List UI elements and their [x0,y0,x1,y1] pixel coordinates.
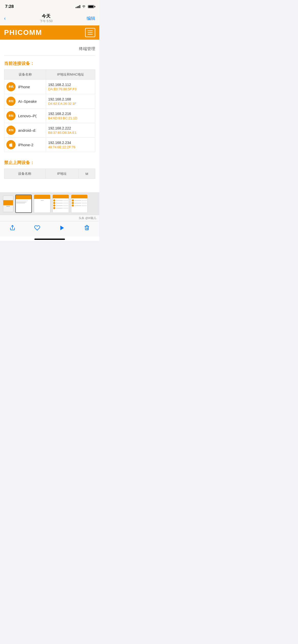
device-row-0: 本机iPhone192.168.2.112DA:E0:76:88:5F:F3 [4,80,95,94]
device-name-text-2: Lenovo–P( [18,114,37,118]
col-header-name: 设备名称 [4,70,46,80]
play-button[interactable] [59,224,66,231]
edit-button[interactable]: 编辑 [87,16,95,21]
device-name-cell-3[interactable]: 未知android–d: [4,123,46,138]
thumbnail-2[interactable] [15,195,32,213]
device-ip-0: 192.168.2.112 [48,83,93,87]
status-icons [76,5,94,8]
delete-button[interactable] [83,224,90,231]
page-title: 终端管理 [79,47,95,51]
device-ip-mac-cell-0: 192.168.2.112DA:E0:76:88:5F:F3 [46,80,95,94]
hamburger-line-3 [88,34,93,35]
device-name-text-3: android–d: [18,128,36,133]
battery-icon [88,5,94,8]
app-logo: PHICOMM [4,28,42,37]
device-name-cell-0[interactable]: 本机iPhone [4,80,46,94]
device-mac-2: B4:6D:83:BC:21:1D [48,116,93,120]
main-content: 终端管理 当前连接设备： 设备名称 IP地址和MAC地址 本机iPhone192… [0,40,99,192]
device-name-text-1: AI–Speake [18,99,37,104]
device-badge-3: 未知 [6,126,16,135]
blocked-section-title: 禁止上网设备： [4,160,95,166]
hamburger-button[interactable] [85,28,95,37]
svg-marker-2 [60,226,64,230]
nav-title: 今天 [40,13,53,19]
thumbnail-3[interactable]: •••••••• [34,195,50,213]
connected-section-title: 当前连接设备： [4,61,95,66]
connected-devices-table: 设备名称 IP地址和MAC地址 本机iPhone192.168.2.112DA:… [4,69,95,152]
svg-point-0 [84,7,84,8]
thumbnail-4[interactable] [52,195,69,213]
footer-label: 头条 @W颖儿 [0,215,99,221]
device-name-cell-1[interactable]: 未知AI–Speake [4,94,46,109]
device-mac-3: B8:37:65:D8:3A:E1 [48,131,93,135]
device-mac-4: 48:74:6E:22:2F:76 [48,145,93,149]
device-name-cell-4[interactable]: iPhone-2 [4,138,46,152]
share-button[interactable] [9,224,16,231]
trash-icon [83,224,90,231]
device-name-text-4: iPhone-2 [18,143,33,147]
device-row-1: 未知AI–Speake192.168.2.168D4:62:EA:26:32:1… [4,94,95,109]
blocked-devices-table: 设备名称 IP地址 M [4,169,95,179]
device-ip-mac-cell-3: 192.168.2.222B8:37:65:D8:3A:E1 [46,123,95,138]
status-bar: 7:28 [0,0,99,11]
col-header-ipmac: IP地址和MAC地址 [46,70,95,80]
hamburger-line-1 [88,31,93,31]
device-mac-1: D4:62:EA:26:32:1F [48,102,93,106]
device-ip-4: 192.168.2.234 [48,141,93,145]
wifi-icon [82,5,86,8]
device-row-4: iPhone-2192.168.2.23448:74:6E:22:2F:76 [4,138,95,152]
like-button[interactable] [34,224,41,231]
device-badge-2: 未知 [6,111,16,120]
blocked-col-mac: M [78,169,95,179]
home-indicator-bar [34,239,65,240]
footer-text: 头条 @W颖儿 [79,216,96,219]
device-ip-mac-cell-2: 192.168.2.216B4:6D:83:BC:21:1D [46,109,95,123]
app-header: PHICOMM [0,25,99,40]
device-badge-1: 未知 [6,97,16,106]
hamburger-line-2 [88,32,93,33]
bottom-toolbar [0,221,99,237]
blocked-col-name: 设备名称 [4,169,46,179]
blocked-col-ip: IP地址 [45,169,78,179]
device-ip-2: 192.168.2.216 [48,112,93,116]
device-name-cell-2[interactable]: 未知Lenovo–P( [4,109,46,123]
device-ip-mac-cell-4: 192.168.2.23448:74:6E:22:2F:76 [46,138,95,152]
device-row-3: 未知android–d:192.168.2.222B8:37:65:D8:3A:… [4,123,95,138]
play-icon [59,224,66,231]
device-row-2: 未知Lenovo–P(192.168.2.216B4:6D:83:BC:21:1… [4,109,95,123]
device-ip-mac-cell-1: 192.168.2.168D4:62:EA:26:32:1F [46,94,95,109]
blocked-section: 禁止上网设备： 设备名称 IP地址 M [4,160,95,179]
device-mac-0: DA:E0:76:88:5F:F3 [48,87,93,91]
device-badge-0: 本机 [6,82,16,91]
back-button[interactable]: ‹ [4,16,6,21]
status-time: 7:28 [5,4,14,9]
nav-subtitle: 下午 5:50 [40,19,53,23]
device-ip-1: 192.168.2.168 [48,97,93,101]
heart-icon [34,224,41,231]
nav-bar: ‹ 今天 下午 5:50 编辑 [0,11,99,25]
thumbnail-strip: device list •••••••• [0,192,99,215]
nav-center: 今天 下午 5:50 [40,13,53,23]
thumbnail-5[interactable] [71,195,88,213]
signal-icon [76,5,80,8]
thumbnail-1[interactable]: device list [3,196,13,212]
device-badge-4 [6,140,16,149]
share-icon [9,224,16,231]
device-ip-3: 192.168.2.222 [48,126,93,130]
home-indicator [0,237,99,241]
device-name-text-0: iPhone [18,85,30,89]
page-title-row: 终端管理 [4,44,95,55]
